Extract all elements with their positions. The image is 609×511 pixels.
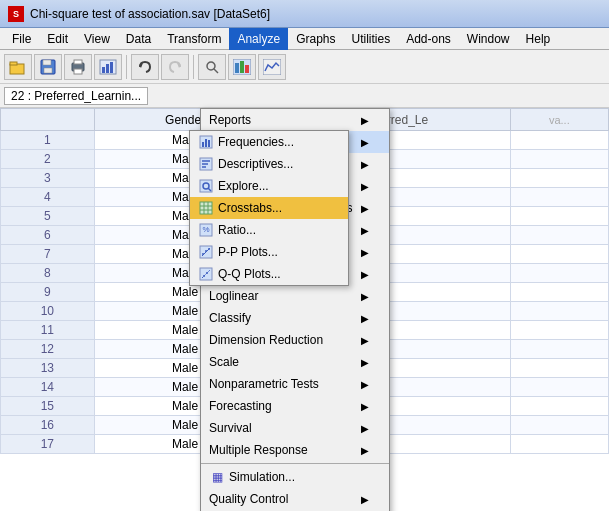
row-number: 11 — [1, 321, 95, 340]
menu-scale[interactable]: Scale ▶ — [201, 351, 389, 373]
toolbar-save[interactable] — [34, 54, 62, 80]
row-number: 6 — [1, 226, 95, 245]
row-number: 7 — [1, 245, 95, 264]
toolbar-chart2[interactable] — [228, 54, 256, 80]
loglinear-arrow: ▶ — [361, 291, 369, 302]
menu-dimension-reduction[interactable]: Dimension Reduction ▶ — [201, 329, 389, 351]
menu-simulation[interactable]: ▦ Simulation... — [201, 466, 389, 488]
cell-extra — [510, 188, 608, 207]
title-bar-text: Chi-square test of association.sav [Data… — [30, 7, 270, 21]
menu-edit[interactable]: Edit — [39, 28, 76, 50]
svg-rect-10 — [106, 64, 109, 73]
menu-loglinear[interactable]: Loglinear ▶ — [201, 285, 389, 307]
row-number: 4 — [1, 188, 95, 207]
cell-extra — [510, 435, 608, 454]
toolbar-separator-1 — [126, 55, 127, 79]
main-area: Gender Preferred_Le va... 1Male2Male3Mal… — [0, 108, 609, 511]
menu-transform[interactable]: Transform — [159, 28, 229, 50]
svg-rect-18 — [240, 61, 244, 73]
svg-rect-4 — [44, 68, 52, 73]
svg-point-43 — [208, 248, 210, 250]
menu-classify[interactable]: Classify ▶ — [201, 307, 389, 329]
cell-extra — [510, 226, 608, 245]
menu-utilities[interactable]: Utilities — [343, 28, 398, 50]
scale-arrow: ▶ — [361, 357, 369, 368]
toolbar-open[interactable] — [4, 54, 32, 80]
menu-forecasting[interactable]: Forecasting ▶ — [201, 395, 389, 417]
menu-file[interactable]: File — [4, 28, 39, 50]
descriptives-icon — [198, 156, 214, 172]
row-number: 8 — [1, 264, 95, 283]
menu-quality-control[interactable]: Quality Control ▶ — [201, 488, 389, 510]
toolbar-chart[interactable] — [94, 54, 122, 80]
row-number: 12 — [1, 340, 95, 359]
gen-linear-models-arrow: ▶ — [361, 203, 369, 214]
frequencies-icon — [198, 134, 214, 150]
row-number: 17 — [1, 435, 95, 454]
row-number: 1 — [1, 131, 95, 150]
toolbar-print[interactable] — [64, 54, 92, 80]
menu-view[interactable]: View — [76, 28, 118, 50]
toolbar-undo[interactable] — [131, 54, 159, 80]
submenu-qq-plots[interactable]: Q-Q Plots... — [190, 263, 348, 285]
dim-reduction-arrow: ▶ — [361, 335, 369, 346]
toolbar-chart3[interactable] — [258, 54, 286, 80]
menu-graphs[interactable]: Graphs — [288, 28, 343, 50]
col-header-rownum — [1, 109, 95, 131]
submenu-frequencies[interactable]: Frequencies... — [190, 131, 348, 153]
submenu-explore[interactable]: Explore... — [190, 175, 348, 197]
menu-survival[interactable]: Survival ▶ — [201, 417, 389, 439]
menu-multiple-response[interactable]: Multiple Response ▶ — [201, 439, 389, 461]
ratio-icon: % — [198, 222, 214, 238]
qq-plots-icon — [198, 266, 214, 282]
svg-rect-6 — [74, 60, 82, 64]
svg-point-42 — [205, 250, 207, 252]
cell-extra — [510, 169, 608, 188]
submenu-descriptives[interactable]: Descriptives... — [190, 153, 348, 175]
row-number: 14 — [1, 378, 95, 397]
row-number: 5 — [1, 207, 95, 226]
svg-rect-11 — [110, 62, 113, 73]
compare-means-arrow: ▶ — [361, 159, 369, 170]
svg-rect-22 — [202, 142, 204, 147]
row-number: 15 — [1, 397, 95, 416]
svg-text:%: % — [202, 225, 209, 234]
menu-window[interactable]: Window — [459, 28, 518, 50]
svg-line-15 — [214, 69, 218, 73]
menu-data[interactable]: Data — [118, 28, 159, 50]
cell-extra — [510, 264, 608, 283]
submenu-ratio[interactable]: % Ratio... — [190, 219, 348, 241]
desc-stats-submenu[interactable]: Frequencies... Descriptives... Explore..… — [189, 130, 349, 286]
submenu-pp-plots[interactable]: P-P Plots... — [190, 241, 348, 263]
svg-rect-44 — [200, 268, 212, 280]
cell-extra — [510, 245, 608, 264]
toolbar-redo[interactable] — [161, 54, 189, 80]
svg-point-47 — [206, 272, 208, 274]
mixed-models-arrow: ▶ — [361, 225, 369, 236]
svg-rect-3 — [43, 60, 51, 65]
svg-rect-19 — [245, 65, 249, 73]
cell-extra — [510, 302, 608, 321]
svg-point-41 — [202, 253, 204, 255]
toolbar-find[interactable] — [198, 54, 226, 80]
menu-help[interactable]: Help — [518, 28, 559, 50]
menu-sep-1 — [201, 463, 389, 464]
menu-addons[interactable]: Add-ons — [398, 28, 459, 50]
cell-extra — [510, 150, 608, 169]
cell-extra — [510, 416, 608, 435]
menu-reports[interactable]: Reports ▶ — [201, 109, 389, 131]
svg-rect-23 — [205, 139, 207, 147]
menu-nonparametric[interactable]: Nonparametric Tests ▶ — [201, 373, 389, 395]
nonparametric-arrow: ▶ — [361, 379, 369, 390]
row-number: 16 — [1, 416, 95, 435]
svg-rect-32 — [200, 202, 212, 214]
svg-rect-7 — [74, 69, 82, 74]
mult-response-arrow: ▶ — [361, 445, 369, 456]
classify-arrow: ▶ — [361, 313, 369, 324]
row-number: 2 — [1, 150, 95, 169]
submenu-crosstabs[interactable]: Crosstabs... — [190, 197, 348, 219]
svg-rect-24 — [208, 140, 210, 147]
menu-analyze[interactable]: Analyze — [229, 28, 288, 50]
simulation-icon: ▦ — [209, 469, 225, 485]
svg-point-46 — [203, 275, 205, 277]
